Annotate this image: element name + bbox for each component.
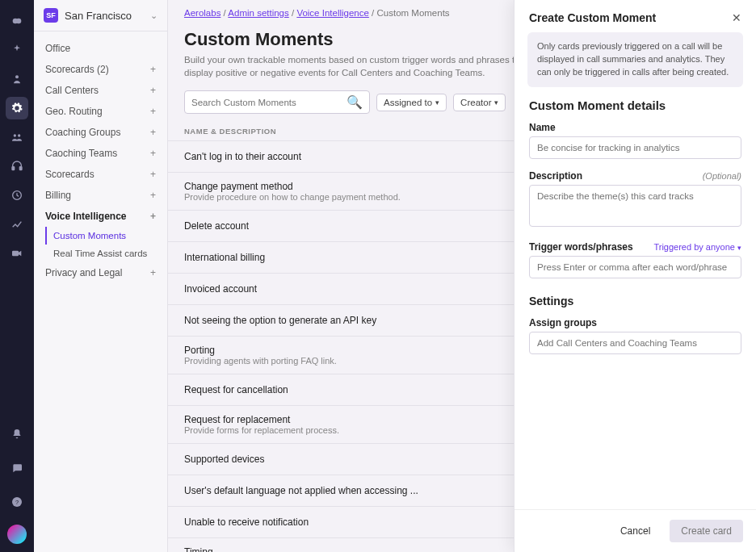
crumb-current: Custom Moments	[376, 8, 449, 18]
sidebar-item[interactable]: Office	[34, 38, 167, 59]
help-icon[interactable]: ?	[6, 491, 28, 513]
panel-title: Create Custom Moment	[529, 11, 656, 24]
logo-icon[interactable]	[6, 10, 28, 32]
sparkle-icon[interactable]	[6, 39, 28, 61]
sidebar-item[interactable]: Caoching Teams+	[34, 143, 167, 164]
sidebar-item[interactable]: Privacy and Legal+	[34, 262, 167, 283]
crumb-link[interactable]: Aerolabs	[184, 8, 220, 18]
person-icon[interactable]	[6, 68, 28, 90]
svg-point-4	[18, 134, 20, 136]
name-label: Name	[529, 122, 741, 133]
caret-down-icon: ▾	[737, 244, 741, 252]
workspace-name: San Francisco	[65, 10, 144, 22]
svg-text:?: ?	[15, 499, 19, 506]
avatar[interactable]	[7, 525, 27, 544]
plus-icon: +	[150, 190, 156, 201]
plus-icon: +	[150, 169, 156, 180]
create-card-button[interactable]: Create card	[670, 520, 743, 542]
description-input[interactable]	[529, 185, 741, 227]
plus-icon: +	[150, 211, 156, 222]
sidebar-item[interactable]: Coaching Groups+	[34, 122, 167, 143]
plus-icon: +	[150, 267, 156, 278]
svg-rect-8	[12, 251, 19, 257]
svg-rect-5	[12, 167, 15, 170]
create-panel: Create Custom Moment ✕ Only cards previo…	[514, 0, 756, 552]
plus-icon: +	[150, 106, 156, 117]
trend-icon[interactable]	[6, 213, 28, 236]
history-icon[interactable]	[6, 184, 28, 207]
name-input[interactable]	[529, 136, 741, 159]
sidebar-item[interactable]: Scorecards (2)+	[34, 59, 167, 80]
svg-point-1	[16, 19, 22, 24]
sidebar-subitem[interactable]: Custom Moments	[45, 227, 167, 245]
headset-icon[interactable]	[6, 155, 28, 178]
search-input[interactable]	[191, 98, 346, 107]
sidebar-item[interactable]: Scorecards+	[34, 164, 167, 185]
cancel-button[interactable]: Cancel	[609, 520, 662, 542]
page-subtitle: Build your own trackable moments based o…	[184, 53, 523, 79]
sidebar-subitem[interactable]: Real Time Assist cards	[34, 245, 167, 262]
gear-icon[interactable]	[6, 97, 28, 119]
close-icon[interactable]: ✕	[732, 11, 741, 24]
bell-icon[interactable]	[6, 423, 28, 445]
filter-creator[interactable]: Creator▾	[453, 94, 506, 111]
plus-icon: +	[150, 148, 156, 159]
caret-down-icon: ▾	[435, 98, 439, 107]
caret-down-icon: ▾	[494, 98, 498, 107]
team-icon[interactable]	[6, 126, 28, 148]
workspace-badge: SF	[44, 8, 58, 23]
search-icon: 🔍	[346, 94, 363, 110]
plus-icon: +	[150, 127, 156, 138]
assign-input[interactable]	[529, 332, 741, 354]
filter-assigned-to[interactable]: Assigned to▾	[376, 94, 447, 111]
sidebar-item[interactable]: Geo. Routing+	[34, 101, 167, 122]
description-label: Description (Optional)	[529, 170, 741, 182]
svg-point-3	[14, 134, 16, 136]
svg-point-2	[15, 75, 19, 78]
trigger-label: Trigger words/phrases Triggered by anyon…	[529, 241, 741, 253]
chat-icon[interactable]	[6, 457, 28, 479]
workspace-switcher[interactable]: SF San Francisco ⌄	[34, 0, 167, 31]
details-heading: Custom Moment details	[514, 98, 756, 119]
sidebar: SF San Francisco ⌄ OfficeScorecards (2)+…	[34, 0, 168, 552]
plus-icon: +	[150, 85, 156, 96]
crumb-link[interactable]: Voice Intelligence	[296, 8, 369, 18]
sidebar-item[interactable]: Voice Intelligence+	[34, 206, 167, 227]
search-box[interactable]: 🔍	[184, 90, 370, 114]
camera-icon[interactable]	[6, 242, 28, 265]
info-box: Only cards previously triggered on a cal…	[527, 32, 743, 87]
crumb-link[interactable]: Admin settings	[228, 8, 288, 18]
svg-rect-6	[19, 167, 22, 170]
sidebar-item[interactable]: Call Centers+	[34, 80, 167, 101]
nav-rail: ?	[0, 0, 34, 552]
sidebar-item[interactable]: Billing+	[34, 185, 167, 206]
trigger-input[interactable]	[529, 256, 741, 278]
triggered-by-link[interactable]: Triggered by anyone ▾	[653, 242, 741, 252]
settings-heading: Settings	[514, 295, 756, 314]
chevron-down-icon: ⌄	[150, 10, 158, 21]
assign-label: Assign groups	[529, 317, 741, 328]
plus-icon: +	[150, 64, 156, 75]
